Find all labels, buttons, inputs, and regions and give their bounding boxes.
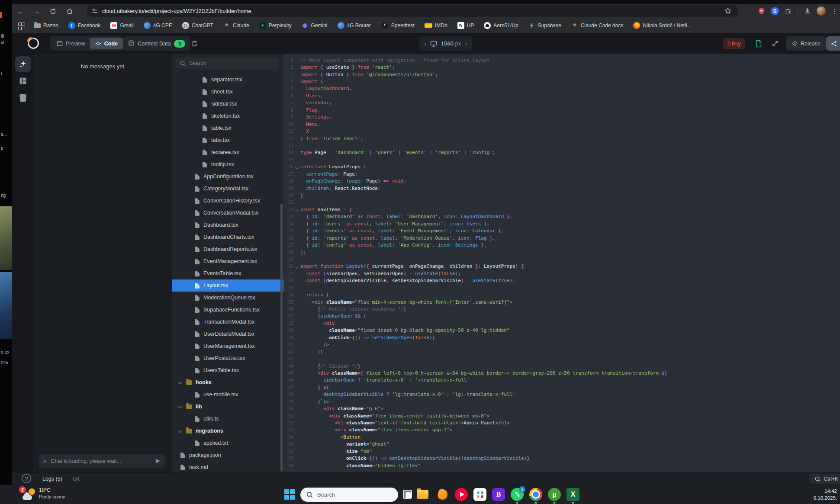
bookmark-item[interactable]: Claude xyxy=(223,22,249,29)
bookmark-item[interactable]: NUP xyxy=(457,22,474,29)
tree-item-TransactionModal.tsx[interactable]: TransactionModal.tsx xyxy=(172,316,283,328)
bookmark-item[interactable]: Gemini xyxy=(301,22,327,29)
bookmark-item[interactable]: Nikola Srdoč / Netli... xyxy=(633,22,691,29)
taskbar-clock[interactable]: 14:42 6.10.2025. xyxy=(814,488,837,501)
browser-menu-icon[interactable]: ⋮ xyxy=(831,8,837,15)
tree-item-EventsTable.tsx[interactable]: EventsTable.tsx xyxy=(172,267,283,279)
tree-item-ConversationModal.tsx[interactable]: ConversationModal.tsx xyxy=(172,207,283,219)
downloads-icon[interactable] xyxy=(804,7,811,15)
tree-item-skeleton.tsx[interactable]: skeleton.tsx xyxy=(172,110,283,122)
ai-assistant-tab[interactable] xyxy=(15,56,31,72)
release-button[interactable]: Release xyxy=(786,36,826,51)
tree-item-Dashboard.tsx[interactable]: Dashboard.tsx xyxy=(172,219,283,231)
tree-item-table.tsx[interactable]: table.tsx xyxy=(172,122,283,134)
refresh-button[interactable] xyxy=(189,38,200,49)
tree-item-CategoryModal.tsx[interactable]: CategoryModal.tsx xyxy=(172,183,283,195)
command-palette-button[interactable]: Ctrl+K xyxy=(810,474,840,484)
file-search-input[interactable]: Search xyxy=(176,58,279,69)
bookmark-item[interactable]: @ChatGPT xyxy=(182,22,213,29)
code-button[interactable]: <> Code xyxy=(90,38,123,49)
tree-item-Layout.tsx[interactable]: Layout.tsx xyxy=(172,279,283,292)
help-button[interactable]: ? xyxy=(22,474,31,483)
tree-item-sheet.tsx[interactable]: sheet.tsx xyxy=(172,86,283,98)
chevron-down-icon[interactable] xyxy=(178,380,182,385)
buy-button[interactable]: 0 Buy xyxy=(723,38,745,49)
bookmark-item[interactable]: Aero51/Up xyxy=(484,22,518,29)
browser-profile-avatar[interactable] xyxy=(817,6,826,16)
bookmark-item[interactable]: Speedtest xyxy=(381,22,415,29)
layout-panels-tab[interactable] xyxy=(17,75,29,87)
tree-item-utils.ts[interactable]: utils.ts xyxy=(172,413,283,425)
back-button[interactable]: ← xyxy=(15,6,26,17)
bookmark-item[interactable]: fFacebook xyxy=(68,22,101,29)
taskbar-search[interactable]: Search xyxy=(300,488,398,502)
weather-condition-label[interactable]: Partly sunny xyxy=(39,494,65,499)
reload-button[interactable] xyxy=(47,6,58,17)
tree-item-task.md[interactable]: task.md xyxy=(172,461,283,472)
tree-item-textarea.tsx[interactable]: textarea.tsx xyxy=(172,146,283,158)
tree-item-UsersTable.tsx[interactable]: UsersTable.tsx xyxy=(172,364,283,376)
code-editor[interactable]: 1// Main layout component with navigatio… xyxy=(283,54,840,472)
tree-item-UserPostsList.tsx[interactable]: UserPostsList.tsx xyxy=(172,352,283,364)
tree-item-use-mobile.tsx[interactable]: use-mobile.tsx xyxy=(172,388,283,401)
tree-item-lib[interactable]: lib xyxy=(172,401,283,413)
share-button[interactable]: Share xyxy=(826,36,840,51)
tree-item-ConversationHistory.tsx[interactable]: ConversationHistory.tsx xyxy=(172,195,283,207)
chevron-down-icon[interactable] xyxy=(178,404,182,409)
tree-item-DashboardCharts.tsx[interactable]: DashboardCharts.tsx xyxy=(172,231,283,243)
task-view-button[interactable] xyxy=(403,490,412,499)
tree-item-separator.tsx[interactable]: separator.tsx xyxy=(172,74,283,86)
fullscreen-button[interactable] xyxy=(769,38,780,49)
tree-item-ModerationQueue.tsx[interactable]: ModerationQueue.tsx xyxy=(172,292,283,304)
extensions-puzzle-icon[interactable] xyxy=(785,7,792,15)
send-button[interactable] xyxy=(154,458,161,464)
chat-input[interactable]: + Chat is loading, please wait... xyxy=(39,454,165,468)
bookmark-star-button[interactable] xyxy=(724,7,731,14)
forward-button[interactable]: → xyxy=(31,6,42,17)
taskbar-app-ytmusic[interactable] xyxy=(455,488,468,501)
chevron-down-icon[interactable] xyxy=(178,429,182,433)
bookmark-item[interactable]: Supabase xyxy=(528,22,561,29)
bookmark-item[interactable]: Perplexity xyxy=(259,22,292,29)
home-button[interactable] xyxy=(64,6,75,17)
tree-item-hooks[interactable]: hooks xyxy=(172,376,283,388)
tree-item-tooltip.tsx[interactable]: tooltip.tsx xyxy=(172,158,283,170)
tree-item-EventManagement.tsx[interactable]: EventManagement.tsx xyxy=(172,255,283,267)
uibakery-logo[interactable] xyxy=(28,38,39,49)
tree-item-tabs.tsx[interactable]: tabs.tsx xyxy=(172,134,283,146)
file-explorer-button[interactable] xyxy=(417,490,428,499)
bookmark-item[interactable]: MGmail xyxy=(110,22,133,29)
tree-item-migrations[interactable]: migrations xyxy=(172,425,283,437)
data-sources-tab[interactable] xyxy=(17,92,29,104)
viewport-next-icon[interactable]: › xyxy=(465,40,467,47)
tree-scrollbar[interactable] xyxy=(280,203,283,472)
preview-button[interactable]: Preview xyxy=(51,38,90,49)
bookmark-item[interactable]: Claude Code docs xyxy=(571,22,624,29)
bookmark-item[interactable]: IMDb xyxy=(425,22,447,29)
tree-item-SupabaseFunctions.tsx[interactable]: SupabaseFunctions.tsx xyxy=(172,304,283,316)
apps-grid-icon[interactable] xyxy=(18,22,24,29)
taskbar-app-excel[interactable]: X xyxy=(566,488,579,501)
address-bar[interactable]: cloud.uibakery.io/edit/project-ups/W2YJ2… xyxy=(87,5,738,17)
taskbar-app-slack[interactable] xyxy=(473,488,486,501)
bookmark-item[interactable]: 4G Router xyxy=(338,22,371,29)
start-button[interactable] xyxy=(284,489,295,500)
taskbar-app-bolt[interactable]: B xyxy=(492,488,505,501)
tree-item-AppConfiguration.tsx[interactable]: AppConfiguration.tsx xyxy=(172,170,283,183)
git-tab[interactable]: Git xyxy=(73,476,80,482)
tree-item-sidebar.tsx[interactable]: sidebar.tsx xyxy=(172,98,283,110)
adblock-shield-icon[interactable] xyxy=(758,7,765,15)
taskbar-app-shape[interactable] xyxy=(436,488,449,501)
viewport-value[interactable]: 1560 xyxy=(441,40,454,47)
tree-item-UserDetailsModal.tsx[interactable]: UserDetailsModal.tsx xyxy=(172,328,283,340)
taskbar-app-chrome[interactable] xyxy=(529,488,542,501)
temperature-label[interactable]: 18°C xyxy=(39,487,51,493)
tree-item-applied.txt[interactable]: applied.txt xyxy=(172,437,283,449)
tree-item-UserManagement.tsx[interactable]: UserManagement.tsx xyxy=(172,340,283,352)
logs-tab[interactable]: Logs (5) xyxy=(42,476,62,482)
taskbar-app-utorrent[interactable]: µ xyxy=(548,488,561,501)
bookmark-item[interactable]: 4G CPE xyxy=(144,22,172,29)
viewport-prev-icon[interactable]: ‹ xyxy=(424,40,426,47)
extension-s-icon[interactable]: S xyxy=(771,7,779,15)
taskbar-app-whatsapp[interactable]: 1 xyxy=(511,488,524,501)
